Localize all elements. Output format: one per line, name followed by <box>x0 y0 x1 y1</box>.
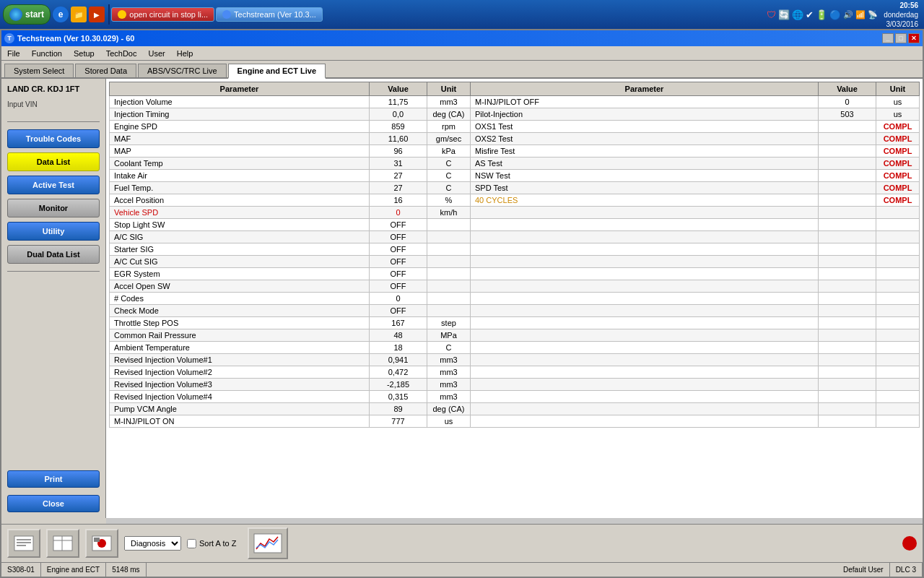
menu-techdoc[interactable]: TechDoc <box>100 48 143 59</box>
close-button[interactable]: ✕ <box>908 33 920 43</box>
right-param-cell: M-INJ/PILOT OFF <box>471 96 819 108</box>
menubar: File Function Setup TechDoc User Help <box>1 46 923 61</box>
trouble-codes-button[interactable]: Trouble Codes <box>7 129 100 148</box>
table-icon <box>52 535 74 552</box>
minimize-button[interactable]: _ <box>882 33 894 43</box>
chart-icon <box>253 533 282 553</box>
antivirus-icon: 🛡 <box>767 9 776 20</box>
report-icon <box>13 535 35 552</box>
sync-icon: 🔄 <box>778 9 790 20</box>
media-icon[interactable]: ▶ <box>89 7 105 22</box>
sys-tray: 🛡 🔄 🌐 ✔ 🔋 🔵 🔊 📶 📡 20:56 donderdag 3/03/2… <box>767 1 921 29</box>
col-header-unit2: Unit <box>876 82 920 96</box>
right-unit-cell <box>876 219 920 231</box>
right-value-cell <box>819 207 876 219</box>
table-row: Pump VCM Angle89deg (CA) <box>110 403 920 415</box>
left-param-cell: Injection Timing <box>110 108 370 121</box>
status-timing: 5148 ms <box>106 563 146 577</box>
left-value-cell: 11,75 <box>370 96 427 108</box>
svg-rect-4 <box>53 536 72 551</box>
right-value-cell <box>819 403 876 415</box>
dual-data-list-button[interactable]: Dual Data List <box>7 245 100 264</box>
table-icon-button[interactable] <box>46 529 79 558</box>
record-icon-button[interactable] <box>85 529 118 558</box>
right-unit-cell: us <box>876 108 920 121</box>
menu-setup[interactable]: Setup <box>68 48 100 59</box>
right-value-cell <box>819 329 876 342</box>
left-unit-cell: kPa <box>427 145 471 158</box>
menu-file[interactable]: File <box>1 48 26 59</box>
taskbar-item-open-circuit[interactable]: open circuit in stop li... <box>111 7 214 22</box>
table-row: Throttle Step POS167step <box>110 317 920 329</box>
right-param-cell <box>471 317 819 329</box>
right-value-cell <box>819 342 876 354</box>
wifi-icon: 📶 <box>855 10 866 20</box>
right-value-cell <box>819 219 876 231</box>
menu-user[interactable]: User <box>142 48 170 59</box>
clock: 20:56 donderdag 3/03/2016 <box>884 1 918 29</box>
speaker-icon: 🔊 <box>843 10 853 20</box>
titlebar: T Techstream (Ver 10.30.029) - 60 _ □ ✕ <box>1 30 923 46</box>
menu-function[interactable]: Function <box>26 48 68 59</box>
left-value-cell: 0,0 <box>370 108 427 121</box>
table-row: Common Rail Pressure48MPa <box>110 329 920 342</box>
right-unit-cell <box>876 329 920 342</box>
right-unit-cell <box>876 317 920 329</box>
start-button[interactable]: start <box>3 4 51 25</box>
horizontal-scrollbar[interactable] <box>106 518 923 524</box>
right-param-cell <box>471 280 819 293</box>
app-icon: T <box>4 33 14 43</box>
maximize-button[interactable]: □ <box>895 33 907 43</box>
data-list-button[interactable]: Data List <box>7 152 100 171</box>
right-value-cell <box>819 317 876 329</box>
right-param-cell <box>471 415 819 428</box>
report-icon-button[interactable] <box>7 529 40 558</box>
right-param-cell <box>471 354 819 366</box>
compl-badge: COMPL <box>884 159 912 168</box>
left-value-cell: OFF <box>370 268 427 280</box>
sidebar-separator-1 <box>7 121 100 122</box>
print-button[interactable]: Print <box>7 470 100 488</box>
tab-abs-vsc-trc-live[interactable]: ABS/VSC/TRC Live <box>138 64 227 77</box>
right-param-cell <box>471 305 819 317</box>
left-param-cell: Injection Volume <box>110 96 370 108</box>
left-value-cell: 31 <box>370 158 427 170</box>
col-header-val2: Value <box>819 82 876 96</box>
taskbar: start e 📁 ▶ open circuit in stop li... T… <box>0 0 924 29</box>
close-sidebar-button[interactable]: Close <box>7 495 100 512</box>
right-unit-cell <box>876 391 920 403</box>
sort-label[interactable]: Sort A to Z <box>199 539 236 548</box>
left-unit-cell <box>427 231 471 243</box>
right-unit-cell <box>876 342 920 354</box>
monitor-button[interactable]: Monitor <box>7 199 100 217</box>
status-code: S308-01 <box>1 563 41 577</box>
taskbar-item-techstream[interactable]: Techstream (Ver 10.3... <box>216 7 323 22</box>
sys-tray-icons: 🛡 🔄 🌐 ✔ 🔋 🔵 🔊 📶 📡 <box>767 9 878 20</box>
titlebar-buttons: _ □ ✕ <box>882 33 920 43</box>
table-row: Revised Injection Volume#20,472mm3 <box>110 366 920 379</box>
diagnosis-dropdown[interactable]: Diagnosis <box>124 536 181 551</box>
left-value-cell: OFF <box>370 256 427 268</box>
ie-icon[interactable]: e <box>53 7 69 22</box>
folder-icon[interactable]: 📁 <box>71 7 87 22</box>
right-value-cell <box>819 280 876 293</box>
bottom-toolbar: Diagnosis Sort A to Z <box>1 524 923 562</box>
tab-stored-data[interactable]: Stored Data <box>75 64 136 77</box>
right-unit-cell <box>876 231 920 243</box>
sort-checkbox[interactable] <box>187 539 196 548</box>
record-icon <box>91 535 113 552</box>
compl-badge: COMPL <box>884 134 912 143</box>
chart-icon-button[interactable] <box>248 527 288 559</box>
right-value-cell <box>819 133 876 145</box>
utility-button[interactable]: Utility <box>7 222 100 241</box>
tab-engine-ect-live[interactable]: Engine and ECT Live <box>228 64 326 79</box>
left-param-cell: Stop Light SW <box>110 219 370 231</box>
active-test-button[interactable]: Active Test <box>7 176 100 194</box>
tab-system-select[interactable]: System Select <box>4 64 74 77</box>
left-unit-cell: deg (CA) <box>427 403 471 415</box>
right-unit-cell: COMPL <box>876 182 920 194</box>
left-unit-cell: rpm <box>427 121 471 133</box>
right-unit-cell <box>876 379 920 391</box>
menu-help[interactable]: Help <box>171 48 199 59</box>
left-param-cell: # Codes <box>110 293 370 305</box>
